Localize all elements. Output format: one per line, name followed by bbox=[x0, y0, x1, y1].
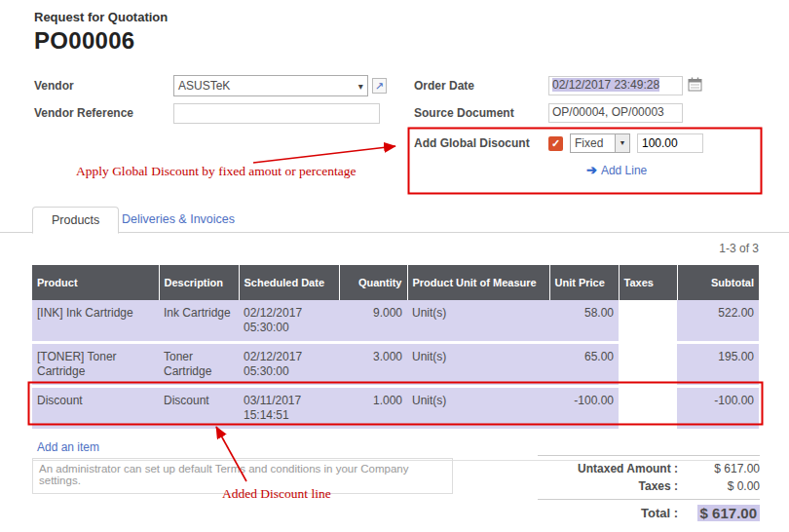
add-line-arrow-icon: ➔ bbox=[586, 163, 597, 177]
add-line-link[interactable]: ➔Add Line bbox=[586, 163, 647, 177]
column-header-scheduled-date[interactable]: Scheduled Date bbox=[239, 265, 339, 300]
cell-uom: Unit(s) bbox=[407, 387, 549, 431]
vendor-reference-field-row: Vendor Reference bbox=[34, 101, 387, 125]
cell-taxes bbox=[619, 300, 677, 343]
source-document-field-row: Source Document OP/00004, OP/00003 bbox=[414, 101, 763, 125]
column-header-taxes[interactable]: Taxes bbox=[619, 265, 677, 300]
cell-uom: Unit(s) bbox=[407, 343, 549, 387]
add-line-label: Add Line bbox=[601, 164, 647, 177]
order-date-input[interactable]: 02/12/2017 23:49:28 bbox=[548, 76, 683, 95]
vendor-label: Vendor bbox=[34, 79, 173, 93]
totals-panel: Untaxed Amount : $ 617.00 Taxes : $ 0.00… bbox=[538, 455, 760, 523]
cell-scheduled-date: 03/11/2017 15:14:51 bbox=[239, 387, 339, 431]
form-fields: Vendor ASUSTeK ▾ ↗ Vendor Reference Orde… bbox=[34, 74, 763, 199]
cell-product: [TONER] Toner Cartridge bbox=[32, 343, 159, 387]
vendor-reference-input[interactable] bbox=[173, 103, 380, 124]
add-line-row: ➔Add Line bbox=[586, 159, 763, 180]
column-header-description[interactable]: Description bbox=[159, 265, 239, 300]
cell-quantity: 3.000 bbox=[339, 343, 407, 387]
cell-taxes bbox=[619, 387, 677, 431]
document-type-label: Request for Quotation bbox=[34, 10, 168, 24]
add-item-link[interactable]: Add an item bbox=[37, 440, 99, 454]
table-row-toner-cartridge[interactable]: [TONER] Toner Cartridge Toner Cartridge … bbox=[32, 343, 759, 387]
table-header-row: Product Description Scheduled Date Quant… bbox=[32, 265, 759, 300]
form-right-column: Order Date 02/12/2017 23:49:28 S bbox=[414, 74, 763, 180]
cell-quantity: 9.000 bbox=[339, 300, 407, 343]
cell-uom: Unit(s) bbox=[407, 300, 549, 343]
notebook-tabs: Products Deliveries & Invoices bbox=[0, 205, 789, 233]
order-lines-table: Product Description Scheduled Date Quant… bbox=[32, 265, 759, 461]
global-discount-field-row: Add Global Disocunt ✓ Fixed ▼ bbox=[414, 132, 763, 155]
cell-unit-price: 58.00 bbox=[549, 300, 619, 343]
taxes-value: $ 0.00 bbox=[678, 479, 760, 493]
total-value: $ 617.00 bbox=[678, 505, 760, 521]
cell-product: Discount bbox=[32, 387, 159, 431]
calendar-icon[interactable] bbox=[688, 77, 702, 95]
cell-unit-price: 65.00 bbox=[549, 343, 619, 387]
chevron-down-icon[interactable]: ▾ bbox=[358, 81, 363, 92]
rfq-form-screen: Request for Quotation PO00006 Vendor ASU… bbox=[0, 0, 789, 532]
pager: 1-3 of 3 bbox=[719, 242, 759, 255]
cell-description: Ink Cartridge bbox=[159, 300, 239, 343]
page-title: PO00006 bbox=[34, 27, 168, 55]
cell-quantity: 1.000 bbox=[339, 387, 407, 431]
table-row-discount[interactable]: Discount Discount 03/11/2017 15:14:51 1.… bbox=[32, 387, 759, 431]
column-header-unit-price[interactable]: Unit Price bbox=[549, 265, 619, 300]
order-date-label: Order Date bbox=[414, 79, 548, 93]
terms-placeholder-text: An administrator can set up default Term… bbox=[39, 463, 409, 486]
discount-type-select[interactable]: Fixed ▼ bbox=[570, 133, 630, 153]
order-date-field-row: Order Date 02/12/2017 23:49:28 bbox=[414, 74, 763, 97]
form-left-column: Vendor ASUSTeK ▾ ↗ Vendor Reference bbox=[34, 74, 387, 129]
global-discount-label: Add Global Disocunt bbox=[414, 136, 548, 150]
taxes-label: Taxes : bbox=[639, 479, 678, 493]
cell-subtotal: 522.00 bbox=[677, 300, 759, 343]
cell-subtotal: -100.00 bbox=[677, 387, 759, 431]
source-document-value: OP/00004, OP/00003 bbox=[552, 105, 664, 119]
cell-subtotal: 195.00 bbox=[677, 343, 759, 387]
column-header-uom[interactable]: Product Unit of Measure bbox=[407, 265, 549, 300]
untaxed-amount-value: $ 617.00 bbox=[678, 462, 760, 475]
vendor-value: ASUSTeK bbox=[178, 79, 358, 93]
document-header: Request for Quotation PO00006 bbox=[34, 10, 168, 55]
cell-scheduled-date: 02/12/2017 05:30:00 bbox=[239, 300, 339, 343]
global-discount-checkbox[interactable]: ✓ bbox=[548, 136, 563, 151]
terms-notes-box[interactable]: An administrator can set up default Term… bbox=[32, 458, 453, 494]
discount-type-value: Fixed bbox=[571, 136, 615, 150]
discount-amount-input[interactable] bbox=[637, 133, 703, 153]
cell-description: Toner Cartridge bbox=[159, 343, 239, 387]
vendor-reference-label: Vendor Reference bbox=[34, 106, 173, 120]
cell-scheduled-date: 02/12/2017 05:30:00 bbox=[239, 343, 339, 387]
chevron-down-icon[interactable]: ▼ bbox=[615, 134, 629, 152]
vendor-select[interactable]: ASUSTeK ▾ bbox=[173, 75, 368, 96]
order-date-value: 02/12/2017 23:49:28 bbox=[552, 78, 659, 92]
vendor-field-row: Vendor ASUSTeK ▾ ↗ bbox=[34, 74, 387, 97]
column-header-subtotal[interactable]: Subtotal bbox=[677, 265, 759, 300]
total-row: Total : $ 617.00 bbox=[538, 499, 760, 523]
total-label: Total : bbox=[641, 506, 678, 520]
cell-taxes bbox=[619, 343, 677, 387]
external-link-icon[interactable]: ↗ bbox=[372, 78, 387, 94]
untaxed-amount-label: Untaxed Amount : bbox=[578, 462, 678, 475]
untaxed-amount-row: Untaxed Amount : $ 617.00 bbox=[538, 460, 760, 477]
tab-products[interactable]: Products bbox=[32, 207, 119, 234]
taxes-row: Taxes : $ 0.00 bbox=[538, 477, 760, 495]
cell-product: [INK] Ink Cartridge bbox=[32, 300, 159, 343]
check-icon: ✓ bbox=[551, 137, 560, 149]
column-header-quantity[interactable]: Quantity bbox=[339, 265, 407, 300]
source-document-label: Source Document bbox=[414, 106, 548, 120]
column-header-product[interactable]: Product bbox=[32, 265, 159, 300]
table-row-ink-cartridge[interactable]: [INK] Ink Cartridge Ink Cartridge 02/12/… bbox=[32, 300, 759, 343]
cell-description: Discount bbox=[159, 387, 239, 431]
source-document-input[interactable]: OP/00004, OP/00003 bbox=[548, 103, 683, 123]
tab-deliveries-invoices[interactable]: Deliveries & Invoices bbox=[122, 207, 235, 232]
cell-unit-price: -100.00 bbox=[549, 387, 619, 431]
